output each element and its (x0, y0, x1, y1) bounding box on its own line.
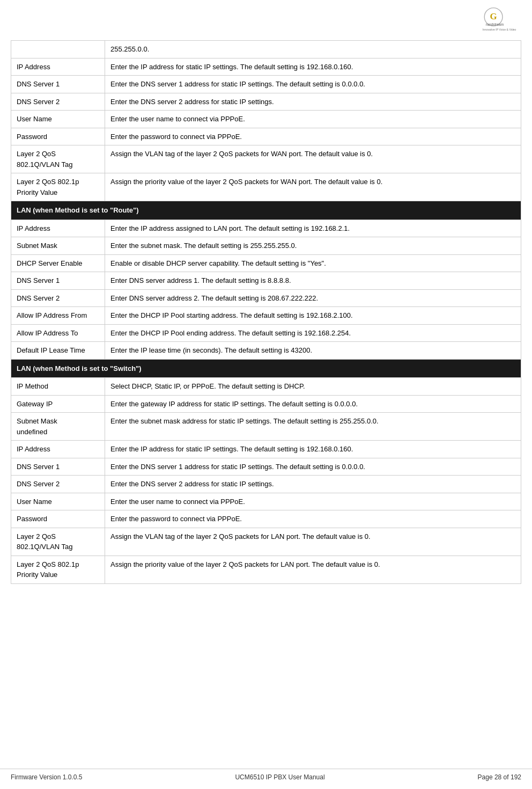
row-label: Allow IP Address From (11, 307, 105, 325)
row-description: Enter the IP address assigned to LAN por… (105, 220, 521, 237)
row-label: User Name (11, 111, 105, 128)
row-description: Enter the password to connect via PPPoE. (105, 510, 521, 528)
row-description: Enter the DHCP IP Pool ending address. T… (105, 324, 521, 342)
table-row: User NameEnter the user name to connect … (11, 111, 521, 128)
table-row: Layer 2 QoS802.1Q/VLAN TagAssign the VLA… (11, 145, 521, 173)
row-description: Enter the DHCP IP Pool starting address.… (105, 307, 521, 325)
footer-manual: UCM6510 IP PBX User Manual (235, 773, 324, 781)
svg-text:randstream: randstream (486, 23, 504, 26)
row-label: DNS Server 2 (11, 289, 105, 307)
row-label (11, 41, 105, 59)
row-label: DHCP Server Enable (11, 254, 105, 272)
table-row: Layer 2 QoS 802.1pPriority ValueAssign t… (11, 556, 521, 583)
table-row: 255.255.0.0. (11, 41, 521, 59)
row-label: IP Address (11, 441, 105, 458)
row-label: Password (11, 510, 105, 528)
row-description: Assign the priority value of the layer 2… (105, 556, 521, 583)
row-label: User Name (11, 493, 105, 510)
row-description: Enter the DNS server 1 address for stati… (105, 76, 521, 93)
section-header-row: LAN (when Method is set to "Route") (11, 201, 521, 220)
row-label: Layer 2 QoS802.1Q/VLAN Tag (11, 528, 105, 556)
section-header-cell: LAN (when Method is set to "Switch") (11, 359, 521, 378)
footer-page: Page 28 of 192 (478, 773, 521, 781)
row-description: Enter the IP lease time (in seconds). Th… (105, 342, 521, 360)
row-label: IP Address (11, 58, 105, 76)
table-row: Subnet MaskEnter the subnet mask. The de… (11, 237, 521, 255)
row-description: Enable or disable DHCP server capability… (105, 254, 521, 272)
row-description: Enter DNS server address 1. The default … (105, 272, 521, 290)
row-label: Password (11, 128, 105, 145)
row-description: Enter the subnet mask. The default setti… (105, 237, 521, 255)
row-description: Enter the DNS server 1 address for stati… (105, 458, 521, 476)
row-label: DNS Server 1 (11, 458, 105, 476)
page-container: G randstream Innovative IP Voice & Video… (0, 0, 532, 789)
row-description: 255.255.0.0. (105, 41, 521, 59)
row-label: DNS Server 2 (11, 476, 105, 493)
table-row: DNS Server 2Enter the DNS server 2 addre… (11, 93, 521, 111)
footer-firmware: Firmware Version 1.0.0.5 (11, 773, 82, 781)
row-description: Select DHCP, Static IP, or PPPoE. The de… (105, 378, 521, 396)
row-description: Enter the password to connect via PPPoE. (105, 128, 521, 145)
row-description: Assign the priority value of the layer 2… (105, 173, 521, 201)
row-description: Assign the VLAN tag of the layer 2 QoS p… (105, 145, 521, 173)
table-row: IP AddressEnter the IP address assigned … (11, 220, 521, 237)
section-header-row: LAN (when Method is set to "Switch") (11, 359, 521, 378)
row-label: IP Address (11, 220, 105, 237)
row-label: Allow IP Address To (11, 324, 105, 342)
table-row: Allow IP Address ToEnter the DHCP IP Poo… (11, 324, 521, 342)
svg-text:G: G (490, 11, 497, 21)
row-description: Enter the user name to connect via PPPoE… (105, 111, 521, 128)
table-row: DNS Server 1Enter DNS server address 1. … (11, 272, 521, 290)
table-row: IP MethodSelect DHCP, Static IP, or PPPo… (11, 378, 521, 396)
table-row: Default IP Lease TimeEnter the IP lease … (11, 342, 521, 360)
table-row: IP AddressEnter the IP address for stati… (11, 58, 521, 76)
table-row: Layer 2 QoS802.1Q/VLAN TagAssign the VLA… (11, 528, 521, 556)
row-label: DNS Server 2 (11, 93, 105, 111)
table-row: DNS Server 1Enter the DNS server 1 addre… (11, 76, 521, 93)
table-row: DNS Server 2Enter DNS server address 2. … (11, 289, 521, 307)
row-label: Layer 2 QoS 802.1pPriority Value (11, 556, 105, 583)
row-label: Gateway IP (11, 395, 105, 413)
main-content: 255.255.0.0.IP AddressEnter the IP addre… (0, 0, 532, 605)
header-logo: G randstream Innovative IP Voice & Video (435, 4, 521, 36)
table-row: IP AddressEnter the IP address for stati… (11, 441, 521, 458)
table-row: DNS Server 2Enter the DNS server 2 addre… (11, 476, 521, 493)
row-description: Enter the DNS server 2 address for stati… (105, 93, 521, 111)
table-row: Allow IP Address FromEnter the DHCP IP P… (11, 307, 521, 325)
row-description: Enter the gateway IP address for static … (105, 395, 521, 413)
table-row: DHCP Server EnableEnable or disable DHCP… (11, 254, 521, 272)
table-row: DNS Server 1Enter the DNS server 1 addre… (11, 458, 521, 476)
row-description: Enter DNS server address 2. The default … (105, 289, 521, 307)
row-description: Enter the user name to connect via PPPoE… (105, 493, 521, 510)
table-row: PasswordEnter the password to connect vi… (11, 510, 521, 528)
row-label: Subnet Mask (11, 237, 105, 255)
row-description: Enter the IP address for static IP setti… (105, 58, 521, 76)
row-label: Default IP Lease Time (11, 342, 105, 360)
section-header-cell: LAN (when Method is set to "Route") (11, 201, 521, 220)
row-description: Assign the VLAN tag of the layer 2 QoS p… (105, 528, 521, 556)
table-row: PasswordEnter the password to connect vi… (11, 128, 521, 145)
table-row: Subnet MaskundefinedEnter the subnet mas… (11, 413, 521, 441)
settings-table: 255.255.0.0.IP AddressEnter the IP addre… (11, 40, 521, 584)
table-row: Gateway IPEnter the gateway IP address f… (11, 395, 521, 413)
row-label: Layer 2 QoS802.1Q/VLAN Tag (11, 145, 105, 173)
svg-text:Innovative IP Voice & Video: Innovative IP Voice & Video (483, 27, 516, 31)
table-row: User NameEnter the user name to connect … (11, 493, 521, 510)
row-description: Enter the subnet mask address for static… (105, 413, 521, 441)
row-label: Layer 2 QoS 802.1pPriority Value (11, 173, 105, 201)
footer: Firmware Version 1.0.0.5 UCM6510 IP PBX … (0, 769, 532, 781)
row-label: DNS Server 1 (11, 76, 105, 93)
row-label: Subnet Maskundefined (11, 413, 105, 441)
row-description: Enter the IP address for static IP setti… (105, 441, 521, 458)
table-row: Layer 2 QoS 802.1pPriority ValueAssign t… (11, 173, 521, 201)
row-description: Enter the DNS server 2 address for stati… (105, 476, 521, 493)
row-label: DNS Server 1 (11, 272, 105, 290)
grandstream-logo: G randstream Innovative IP Voice & Video (438, 6, 519, 35)
row-label: IP Method (11, 378, 105, 396)
